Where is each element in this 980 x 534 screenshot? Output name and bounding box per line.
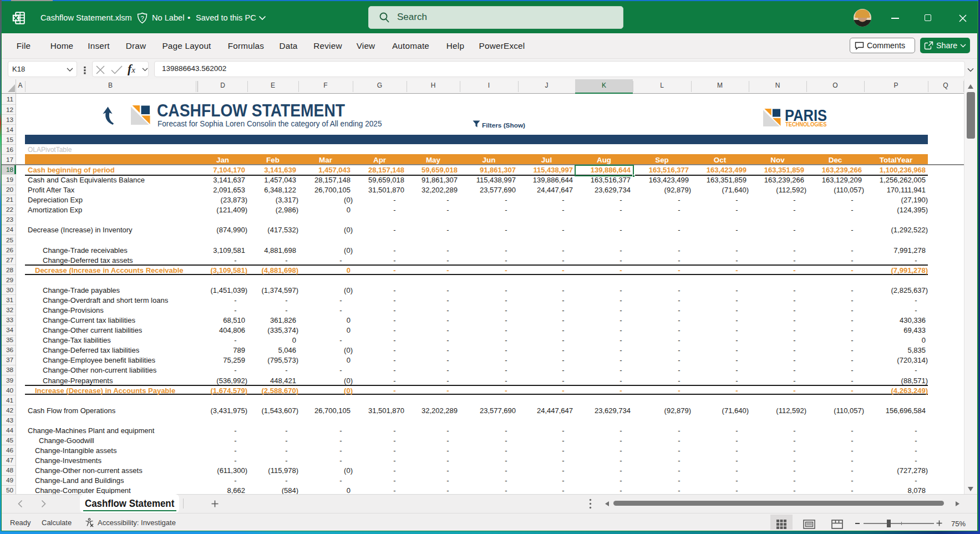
svg-text:?: ?	[140, 15, 144, 22]
